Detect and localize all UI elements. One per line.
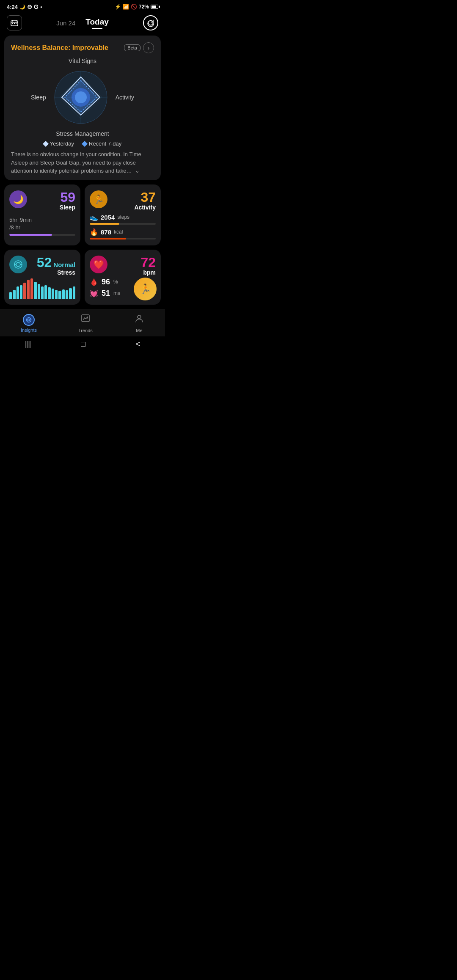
steps-row: 👟 2054 steps xyxy=(90,213,156,221)
header-nav: Jun 24 Today xyxy=(0,12,165,36)
sleep-card[interactable]: 🌙 59 Sleep 5hr 9min /8 hr xyxy=(4,184,80,245)
sleep-score-row: 59 Sleep xyxy=(60,190,75,211)
signal-icon: 🌙 xyxy=(19,4,25,10)
stress-card[interactable]: 52 Normal Stress xyxy=(4,250,80,305)
sleep-time: 5hr 9min xyxy=(9,213,75,224)
stress-bar-4 xyxy=(20,285,22,299)
activity-sub: 👟 2054 steps 🔥 878 kcal xyxy=(90,213,156,239)
sleep-goal: /8 hr xyxy=(9,224,75,231)
svg-rect-6 xyxy=(16,23,17,24)
metrics-grid: 🌙 59 Sleep 5hr 9min /8 hr 🏃 37 Activity … xyxy=(4,184,161,305)
stress-score: 52 xyxy=(37,256,52,269)
refresh-button[interactable] xyxy=(143,15,158,30)
activity-score-row: 37 Activity xyxy=(134,190,156,211)
calendar-icon[interactable] xyxy=(7,15,22,30)
stress-bar-3 xyxy=(17,286,19,299)
sleep-score: 59 xyxy=(60,190,75,204)
sleep-icon: 🌙 xyxy=(9,190,27,208)
svg-rect-4 xyxy=(12,23,13,24)
activity-card[interactable]: 🏃 37 Activity 👟 2054 steps 🔥 878 kcal xyxy=(85,184,161,245)
me-icon xyxy=(134,314,144,326)
hr-score: 72 xyxy=(140,256,156,269)
sleep-sub: 5hr 9min /8 hr xyxy=(9,213,75,236)
stress-bar-7 xyxy=(30,278,33,299)
kcal-value: 878 xyxy=(101,228,111,236)
today-nav[interactable]: Today xyxy=(85,17,109,29)
spo2-icon: 🩸 xyxy=(90,278,98,286)
battery-icon xyxy=(151,5,158,9)
status-right: ⚡ 📶 🚫 72% xyxy=(115,4,158,10)
stress-bar-16 xyxy=(62,289,65,299)
wellness-description: There is no obvious change in your condi… xyxy=(11,150,154,175)
beta-badge: Beta xyxy=(124,44,140,51)
system-nav-bar: ||| □ < xyxy=(0,336,165,351)
heart-icon: ❤️ xyxy=(90,256,107,273)
sleep-progress-fill xyxy=(9,234,52,236)
stress-bar-13 xyxy=(52,289,54,299)
me-label: Me xyxy=(136,328,142,333)
fire-icon: 🔥 xyxy=(90,228,98,236)
insights-icon xyxy=(23,314,35,326)
wellness-title: Wellness Balance: Improvable xyxy=(11,44,108,52)
svg-point-21 xyxy=(16,262,20,267)
stress-label: Stress xyxy=(37,269,75,276)
rmssd-value: 51 xyxy=(102,289,110,298)
hr-score-row: 72 bpm xyxy=(140,256,156,276)
status-left: 4:24 🌙 ⊖ G ● xyxy=(7,3,42,10)
activity-score: 37 xyxy=(134,190,156,204)
stress-bar-19 xyxy=(73,286,75,299)
stress-bar-18 xyxy=(69,288,72,299)
expand-chevron-icon[interactable]: ⌄ xyxy=(135,168,140,174)
wellness-arrow-button[interactable]: › xyxy=(143,42,154,53)
radar-legend: Yesterday Recent 7-day xyxy=(11,140,154,147)
nav-insights[interactable]: Insights xyxy=(21,314,37,333)
sleep-progress-bar xyxy=(9,234,75,236)
back-button[interactable]: < xyxy=(135,340,140,349)
stress-bar-17 xyxy=(66,290,68,299)
stress-bar-15 xyxy=(58,291,61,299)
stress-bar-9 xyxy=(38,284,40,299)
stress-bar-6 xyxy=(27,280,30,299)
prev-date[interactable]: Jun 24 xyxy=(56,19,75,27)
battery-percent: 72% xyxy=(139,4,149,10)
nav-trends[interactable]: Trends xyxy=(78,314,93,333)
bottom-nav: Insights Trends Me xyxy=(0,309,165,336)
steps-bar xyxy=(90,223,156,225)
radar-middle: Sleep xyxy=(31,68,134,127)
stress-bar-12 xyxy=(48,287,50,299)
wifi-icon: 📶 xyxy=(123,4,129,10)
activity-icon: 🏃 xyxy=(90,190,107,208)
dot-icon: ● xyxy=(40,5,42,9)
heart-rate-card[interactable]: ❤️ 72 bpm 🩸 96 % 💓 51 ms 🏃 xyxy=(85,250,161,305)
stress-icon xyxy=(9,256,27,273)
stress-bar-14 xyxy=(55,290,58,299)
hr-unit: bpm xyxy=(140,269,156,276)
today-label: Today xyxy=(85,17,109,27)
home-button[interactable]: □ xyxy=(81,340,85,349)
stress-bar-5 xyxy=(23,283,26,299)
nav-me[interactable]: Me xyxy=(134,314,144,333)
kcal-bar-fill xyxy=(90,238,126,239)
rmssd-unit: ms xyxy=(113,290,120,296)
status-bar: 4:24 🌙 ⊖ G ● ⚡ 📶 🚫 72% xyxy=(0,0,165,12)
activity-badge[interactable]: 🏃 xyxy=(134,278,157,300)
trends-label: Trends xyxy=(78,328,93,333)
hrv-icon: 💓 xyxy=(90,289,98,297)
badge-icon: 🏃 xyxy=(140,284,151,295)
stress-score-row: 52 Normal Stress xyxy=(37,256,75,276)
svg-point-25 xyxy=(28,319,30,321)
legend-yesterday: Yesterday xyxy=(44,140,74,147)
activity-label: Activity xyxy=(134,204,156,211)
bluetooth-icon: ⚡ xyxy=(115,4,121,10)
recent-apps-button[interactable]: ||| xyxy=(25,340,31,349)
radar-label-sleep: Sleep xyxy=(31,94,46,101)
stress-status: Normal xyxy=(53,261,75,268)
shoe-icon: 👟 xyxy=(90,213,98,221)
steps-bar-fill xyxy=(90,223,119,225)
spo2-unit: % xyxy=(113,279,118,285)
svg-rect-5 xyxy=(14,23,15,24)
stress-bar-chart xyxy=(9,278,75,299)
radar-label-stress: Stress Management xyxy=(56,130,109,137)
wellness-card: Wellness Balance: Improvable Beta › Vita… xyxy=(4,36,161,180)
kcal-row: 🔥 878 kcal xyxy=(90,228,156,236)
